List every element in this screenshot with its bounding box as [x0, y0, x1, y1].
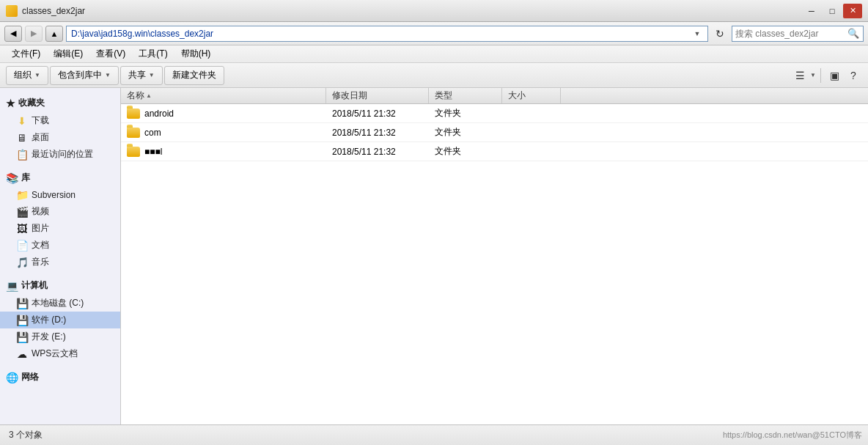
sidebar-item-documents[interactable]: 📄 文档 — [0, 237, 120, 254]
file-type-cell: 文件夹 — [429, 123, 502, 141]
status-count-label: 3 个对象 — [9, 429, 43, 441]
recent-label: 最近访问的位置 — [32, 148, 93, 161]
wps-cloud-icon: ☁ — [16, 348, 28, 360]
file-type: 文件夹 — [435, 107, 461, 119]
preview-pane-button[interactable]: ▣ — [825, 67, 843, 84]
sidebar-item-download[interactable]: ⬇ 下载 — [0, 112, 120, 129]
col-header-date[interactable]: 修改日期 — [326, 88, 429, 103]
sidebar-section-computer[interactable]: 💻 计算机 — [0, 276, 120, 295]
menu-help[interactable]: 帮助(H) — [175, 46, 217, 62]
sidebar-section-library[interactable]: 📚 库 — [0, 169, 120, 187]
col-header-type[interactable]: 类型 — [429, 88, 502, 103]
sidebar-item-music[interactable]: 🎵 音乐 — [0, 254, 120, 271]
computer-icon: 💻 — [6, 280, 18, 292]
search-wrap: 🔍 — [732, 26, 864, 42]
menu-file[interactable]: 文件(F) — [6, 46, 46, 62]
forward-button[interactable]: ▶ — [25, 26, 43, 42]
file-name: com — [144, 128, 161, 138]
computer-label: 计算机 — [21, 279, 48, 292]
sidebar-item-recent[interactable]: 📋 最近访问的位置 — [0, 146, 120, 163]
sidebar-section-network[interactable]: 🌐 网络 — [0, 368, 120, 386]
file-size-cell — [502, 104, 561, 122]
close-button[interactable]: ✕ — [843, 4, 862, 18]
video-label: 视频 — [32, 205, 49, 218]
col-header-name[interactable]: 名称 ▲ — [121, 88, 326, 103]
pictures-label: 图片 — [32, 222, 49, 235]
minimize-button[interactable]: ─ — [802, 4, 821, 18]
file-date-cell: 2018/5/11 21:32 — [326, 142, 429, 161]
download-icon: ⬇ — [16, 115, 28, 127]
folder-icon — [127, 147, 140, 157]
menu-bar: 文件(F) 编辑(E) 查看(V) 工具(T) 帮助(H) — [0, 45, 868, 63]
col-header-size[interactable]: 大小 — [502, 88, 561, 103]
status-bar: 3 个对象 — [0, 424, 868, 445]
refresh-button[interactable]: ↻ — [711, 26, 729, 42]
file-list-header: 名称 ▲ 修改日期 类型 大小 — [121, 88, 868, 104]
menu-tools[interactable]: 工具(T) — [133, 46, 173, 62]
table-row[interactable]: com 2018/5/11 21:32 文件夹 — [121, 123, 868, 142]
sidebar-item-video[interactable]: 🎬 视频 — [0, 203, 120, 220]
toolbar: 组织 ▼ 包含到库中 ▼ 共享 ▼ 新建文件夹 ☰ ▼ ▣ ? — [0, 63, 868, 88]
address-input[interactable] — [71, 29, 691, 39]
recent-icon: 📋 — [16, 149, 28, 161]
share-button[interactable]: 共享 ▼ — [120, 66, 163, 85]
window-icon — [6, 5, 18, 17]
menu-view[interactable]: 查看(V) — [90, 46, 131, 62]
file-area: 名称 ▲ 修改日期 类型 大小 android 2018/5/11 21:32 — [121, 88, 868, 424]
drive-d-icon: 💾 — [16, 315, 28, 326]
address-dropdown-arrow[interactable]: ▼ — [691, 26, 703, 41]
file-name-cell: com — [121, 123, 326, 141]
library-icon: 📚 — [6, 172, 18, 184]
search-button[interactable]: 🔍 — [847, 27, 860, 40]
file-date: 2018/5/11 21:32 — [332, 128, 396, 138]
sidebar-item-desktop[interactable]: 🖥 桌面 — [0, 129, 120, 146]
share-label: 共享 — [128, 69, 146, 81]
drive-d-label: 软件 (D:) — [32, 314, 66, 326]
file-name-cell: ■■■l — [121, 142, 326, 161]
subversion-label: Subversion — [32, 190, 76, 200]
include-library-button[interactable]: 包含到库中 ▼ — [50, 66, 119, 85]
menu-edit[interactable]: 编辑(E) — [48, 46, 89, 62]
file-type: 文件夹 — [435, 145, 461, 158]
sidebar-item-drive-c[interactable]: 💾 本地磁盘 (C:) — [0, 295, 120, 312]
subversion-icon: 📁 — [16, 189, 28, 201]
new-folder-label: 新建文件夹 — [172, 69, 216, 81]
maximize-button[interactable]: □ — [823, 4, 842, 18]
sidebar-section-favorites[interactable]: ★ 收藏夹 — [0, 94, 120, 112]
view-buttons: ☰ ▼ ▣ ? — [791, 67, 862, 84]
sort-arrow-name: ▲ — [146, 92, 152, 99]
help-button[interactable]: ? — [845, 67, 862, 84]
file-size-cell — [502, 123, 561, 141]
search-input[interactable] — [735, 29, 847, 39]
view-dropdown-icon[interactable]: ▼ — [810, 72, 816, 78]
drive-c-icon: 💾 — [16, 298, 28, 309]
sidebar-item-pictures[interactable]: 🖼 图片 — [0, 220, 120, 237]
sidebar-item-subversion[interactable]: 📁 Subversion — [0, 187, 120, 203]
file-type-cell: 文件夹 — [429, 104, 502, 122]
download-label: 下载 — [32, 114, 49, 127]
sidebar: ★ 收藏夹 ⬇ 下载 🖥 桌面 📋 最近访问的位置 📚 库 📁 Subversi… — [0, 88, 121, 424]
file-date: 2018/5/11 21:32 — [332, 147, 396, 157]
drive-e-label: 开发 (E:) — [32, 331, 66, 343]
table-row[interactable]: android 2018/5/11 21:32 文件夹 — [121, 104, 868, 123]
view-list-button[interactable]: ☰ — [791, 67, 809, 84]
file-date-cell: 2018/5/11 21:32 — [326, 123, 429, 141]
file-name-cell: android — [121, 104, 326, 122]
music-icon: 🎵 — [16, 257, 28, 268]
wps-cloud-label: WPS云文档 — [32, 347, 78, 360]
sidebar-item-drive-d[interactable]: 💾 软件 (D:) — [0, 312, 120, 328]
new-folder-button[interactable]: 新建文件夹 — [164, 66, 224, 85]
organize-button[interactable]: 组织 ▼ — [6, 66, 48, 85]
address-bar-input-wrap[interactable]: ▼ — [66, 26, 708, 42]
favorites-label: 收藏夹 — [18, 97, 45, 109]
back-button[interactable]: ◀ — [4, 26, 22, 42]
sidebar-item-drive-e[interactable]: 💾 开发 (E:) — [0, 328, 120, 345]
table-row[interactable]: ■■■l 2018/5/11 21:32 文件夹 — [121, 142, 868, 161]
documents-icon: 📄 — [16, 240, 28, 251]
folder-icon — [127, 128, 140, 138]
organize-dropdown-icon: ▼ — [34, 72, 40, 78]
network-icon: 🌐 — [6, 372, 18, 383]
up-button[interactable]: ▲ — [45, 26, 63, 42]
sidebar-item-wps-cloud[interactable]: ☁ WPS云文档 — [0, 345, 120, 362]
drive-e-icon: 💾 — [16, 331, 28, 343]
